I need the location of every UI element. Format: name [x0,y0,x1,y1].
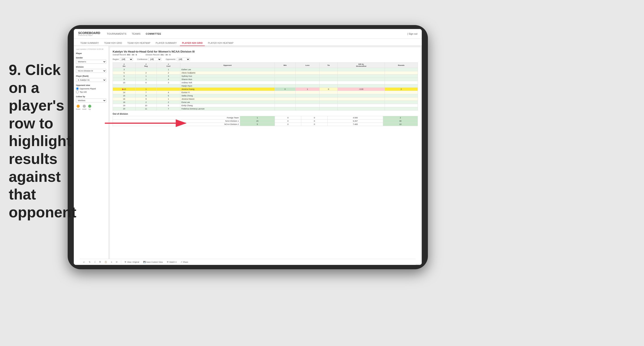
ood-cell: 9.267 [328,120,383,123]
colour-up-dot [88,105,91,108]
nav-links: TOURNAMENTS TEAMS COMMITTEE [107,32,407,35]
table-cell [338,68,385,71]
table-cell: 0 [275,88,295,91]
table-cell: Eunice Yi [180,91,275,94]
table-cell [385,107,418,111]
player-rank-select[interactable]: 8. Katelyn Vo [76,78,106,82]
table-cell [320,94,338,97]
table-cell [135,68,156,71]
content-area: Katelyn Vo Head-to-Head Grid for Women's… [110,47,420,264]
share-btn[interactable]: ↗ Share [180,261,189,264]
table-row[interactable]: Haeijn Hyun [113,84,418,88]
table-cell: 1 [135,88,156,91]
gender-select[interactable]: Women's [76,60,106,64]
table-cell [135,84,156,88]
table-row[interactable]: 19106Emily Chang [113,104,418,107]
ood-cell: 1 [240,116,275,120]
table-row[interactable]: 1474Eunice Yi [113,91,418,94]
col-tie: Tie [320,63,338,68]
nav-committee[interactable]: COMMITTEE [146,32,161,35]
conference-filter-label: Conference [137,58,148,60]
view-original-btn[interactable]: 👁 View: Original [123,261,140,264]
table-cell [385,81,418,84]
copy-btn[interactable]: ⧉ [98,260,102,264]
tab-team-h2h-grid[interactable]: TEAM H2H GRID [102,42,124,46]
table-cell: 9 [135,97,156,101]
opponent-filter-select[interactable]: (All) [177,58,190,61]
step-back-btn[interactable]: ⟨ [94,261,96,264]
table-cell [295,97,320,101]
table-cell [295,68,320,71]
table-cell [295,84,320,88]
colour-level-label: Level [82,108,86,110]
main-content: Last Updated: 27/03/2024 16:55:38 Player… [74,46,422,265]
table-cell [275,68,295,71]
radio-opponents-played[interactable]: Opponents Played [76,87,106,90]
table-row[interactable]: 522Alexis Sudjianto [113,71,418,75]
region-filter-select[interactable]: (All) [120,58,133,61]
table-cell [385,75,418,78]
table-cell [338,97,385,101]
table-cell: -3.00 [338,88,385,91]
filters-row: Region (All) Conference (All) Opponents: [113,58,418,61]
tab-player-summary[interactable]: PLAYER SUMMARY [154,42,179,46]
nav-tournaments[interactable]: TOURNAMENTS [107,32,126,35]
table-row[interactable]: 1063Andrea York [113,81,418,84]
division-select[interactable]: NCAA Division III [76,69,106,73]
table-cell [320,71,338,75]
colour-by-select[interactable]: Win/loss [76,99,106,102]
nav-teams[interactable]: TEAMS [132,32,140,35]
table-cell [275,71,295,75]
refresh-btn[interactable]: ⟳ [115,261,119,264]
table-row[interactable]: 20117Federica Domecq Lacroze [113,107,418,111]
table-cell: 7 [135,91,156,94]
table-cell [295,75,320,78]
table-cell [385,78,418,81]
tab-team-h2h-heatmap[interactable]: TEAM H2H HEATMAP [125,42,152,46]
table-row[interactable]: 1822Euna Lee [113,101,418,104]
table-cell [385,104,418,107]
more-btn[interactable]: ≡ [110,261,113,264]
table-cell: 20 [113,107,136,111]
table-cell: Sharon Mun [180,78,275,81]
sidebar-player-rank: Player (Rank) 8. Katelyn Vo [76,75,106,82]
sign-out-link[interactable]: | Sign out [407,32,418,35]
tab-team-summary[interactable]: TEAM SUMMARY [78,42,101,46]
radio-top100[interactable]: Top 100 [76,90,106,93]
undo-btn[interactable]: ↩ [82,261,86,264]
col-loss: Loss [295,63,320,68]
table-row[interactable]: 613Sydney Kuo [113,75,418,78]
save-custom-view-btn[interactable]: 💾 Save Custom View [142,261,164,264]
redo-btn[interactable]: ↻ [88,261,92,264]
watch-btn[interactable]: 👁 Watch ▾ [166,261,178,264]
table-row[interactable]: 1691Jessica Mason [113,97,418,101]
table-cell [295,91,320,94]
sidebar-colour-by: Colour by Win/loss [76,96,106,102]
tab-player-h2h-grid[interactable]: PLAYER H2H GRID [180,42,205,46]
ood-row: NAIA Division 115009.26730 [113,120,418,123]
tab-player-h2h-heatmap[interactable]: PLAYER H2H HEATMAP [206,42,236,46]
table-cell [320,107,338,111]
table-cell [385,94,418,97]
opponent-view-radios: Opponents Played Top 100 [76,87,106,93]
ood-table: Foreign Team1004.5002NAIA Division 11500… [113,116,418,126]
table-row[interactable]: 1585Stella Chong [113,94,418,97]
table-cell: 2 [385,88,418,91]
table-cell: Jessica Huang [180,88,275,91]
table-cell [275,91,295,94]
grid-subtitle: Overall Record: 353 - 34 - 6 Division Re… [113,54,418,56]
ood-cell: 5 [240,123,275,126]
table-row[interactable]: 31Esther Lee [113,68,418,71]
table-cell: 15 [113,94,136,97]
conference-filter-select[interactable]: (All) [148,58,161,61]
table-row[interactable]: 914Sharon Mun [113,78,418,81]
table-cell: 19 [113,104,136,107]
table-cell [320,84,338,88]
table-cell: 4 [156,91,180,94]
table-row[interactable]: ▶131Jessica Huang010-3.002 [113,88,418,91]
table-cell [275,75,295,78]
table-header-row: #Div #Reg #Conf Opponent Win Loss Tie Di… [113,63,418,68]
paste-btn[interactable]: 📋 [104,261,108,264]
table-cell [295,78,320,81]
table-cell: 18 [113,101,136,104]
